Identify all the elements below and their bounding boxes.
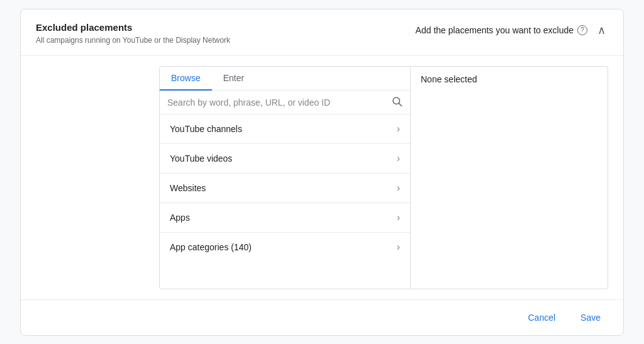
- selected-panel: None selected: [411, 66, 608, 289]
- search-row: [160, 91, 410, 114]
- placement-list: YouTube channels › YouTube videos › Webs…: [160, 114, 410, 288]
- tabs-row: Browse Enter: [160, 67, 410, 91]
- search-icon: [391, 96, 402, 109]
- excluded-placements-card: Excluded placements All campaigns runnin…: [20, 9, 624, 336]
- panels-wrapper: Browse Enter YouTube cha: [159, 66, 608, 289]
- tab-browse[interactable]: Browse: [160, 67, 212, 91]
- cancel-button[interactable]: Cancel: [520, 308, 563, 328]
- save-button[interactable]: Save: [573, 308, 608, 328]
- collapse-icon[interactable]: ∧: [595, 22, 608, 38]
- instruction-text: Add the placements you want to exclude: [416, 25, 574, 35]
- header-left: Excluded placements All campaigns runnin…: [36, 22, 230, 46]
- section-subtitle: All campaigns running on YouTube or the …: [36, 35, 230, 46]
- card-header: Excluded placements All campaigns runnin…: [21, 9, 623, 57]
- side-label-area: [36, 56, 159, 289]
- browse-panel: Browse Enter YouTube cha: [159, 66, 411, 289]
- none-selected-label: None selected: [421, 74, 477, 84]
- placement-label: App categories (140): [170, 242, 252, 252]
- list-item[interactable]: Apps ›: [160, 203, 410, 233]
- list-item[interactable]: App categories (140) ›: [160, 233, 410, 262]
- card-footer: Cancel Save: [21, 299, 623, 335]
- list-item[interactable]: YouTube channels ›: [160, 114, 410, 144]
- chevron-right-icon: ›: [397, 153, 400, 164]
- placement-label: Apps: [170, 213, 190, 223]
- chevron-right-icon: ›: [397, 212, 400, 223]
- search-input[interactable]: [167, 97, 386, 108]
- list-item[interactable]: YouTube videos ›: [160, 144, 410, 174]
- placement-label: YouTube videos: [170, 153, 232, 164]
- header-right: Add the placements you want to exclude ?…: [416, 22, 608, 38]
- section-title: Excluded placements: [36, 22, 230, 33]
- svg-point-0: [393, 97, 400, 104]
- card-body: Browse Enter YouTube cha: [21, 56, 623, 299]
- header-instruction: Add the placements you want to exclude ?: [416, 25, 587, 35]
- placement-label: Websites: [170, 183, 206, 193]
- chevron-right-icon: ›: [397, 123, 400, 135]
- tab-enter[interactable]: Enter: [212, 67, 255, 91]
- placement-label: YouTube channels: [170, 124, 242, 134]
- list-item[interactable]: Websites ›: [160, 174, 410, 203]
- chevron-right-icon: ›: [397, 241, 400, 253]
- help-icon[interactable]: ?: [577, 25, 587, 35]
- chevron-right-icon: ›: [397, 182, 400, 194]
- svg-line-1: [399, 104, 401, 106]
